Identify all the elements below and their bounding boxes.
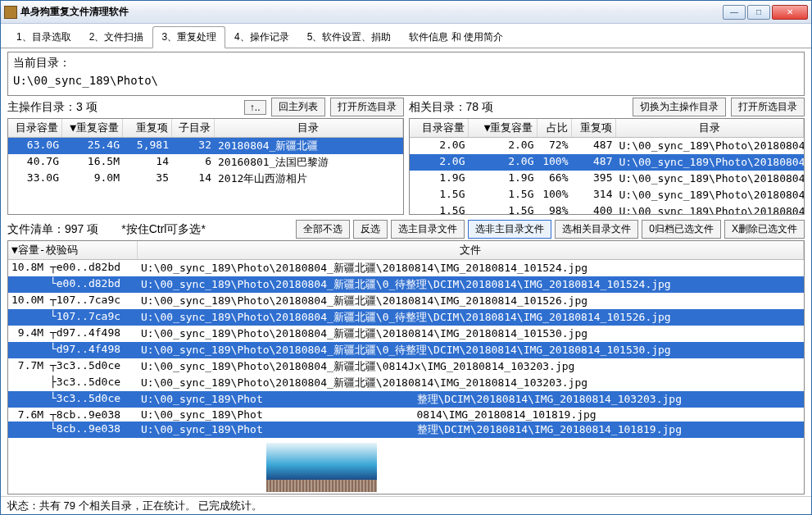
col-header[interactable]: ▼容量-校验码	[8, 241, 138, 259]
app-window: 单身狗重复文件清理软件 — □ ✕ 1、目录选取2、文件扫描3、重复处理4、操作…	[0, 0, 812, 515]
main-dir-panel: 主操作目录：3 项 ↑.. 回主列表 打开所选目录 目录容量▼重复容量重复项子目…	[7, 98, 404, 215]
up-button[interactable]: ↑..	[244, 100, 266, 115]
file-row[interactable]: 7.7M ┬3c3..5d0ceU:\00_sync_189\Photo\201…	[8, 358, 804, 375]
filelist-btn-3[interactable]: 选非主目录文件	[468, 220, 551, 239]
file-row[interactable]: └e00..d82bdU:\00_sync_189\Photo\20180804…	[8, 276, 804, 293]
titlebar[interactable]: 单身狗重复文件清理软件 — □ ✕	[1, 1, 811, 24]
col-header[interactable]: 占比	[538, 119, 572, 137]
file-row[interactable]: 10.8M ┬e00..d82bdU:\00_sync_189\Photo\20…	[8, 260, 804, 276]
table-row[interactable]: 2.0G2.0G72%487U:\00_sync_189\Photo\20180…	[410, 138, 805, 154]
col-header[interactable]: ▼重复容量	[62, 119, 123, 137]
tab-0[interactable]: 1、目录选取	[7, 26, 80, 48]
filelist-btn-1[interactable]: 反选	[353, 220, 388, 239]
tab-1[interactable]: 2、文件扫描	[80, 26, 153, 48]
col-header[interactable]: ▼重复容量	[469, 119, 538, 137]
col-header[interactable]: 文件	[138, 241, 804, 259]
table-row[interactable]: 40.7G16.5M14620160801_法国巴黎游	[8, 154, 403, 171]
file-row[interactable]: └107..7ca9cU:\00_sync_189\Photo\20180804…	[8, 309, 804, 326]
tab-5[interactable]: 软件信息 和 使用简介	[400, 26, 512, 48]
current-dir-path: U:\00_sync_189\Photo\	[13, 74, 799, 87]
filelist-title: 文件清单：997 项	[7, 222, 98, 237]
file-row[interactable]: 10.0M ┬107..7ca9cU:\00_sync_189\Photo\20…	[8, 293, 804, 309]
table-row[interactable]: 1.9G1.9G66%395U:\00_sync_189\Photo\20180…	[410, 171, 805, 187]
filelist-btn-4[interactable]: 选相关目录文件	[555, 220, 638, 239]
table-row[interactable]: 63.0G25.4G5,9813220180804_新疆北疆	[8, 138, 403, 154]
current-dir-box: 当前目录： U:\00_sync_189\Photo\	[7, 52, 805, 96]
open-main-dir-button[interactable]: 打开所选目录	[330, 98, 404, 116]
related-dir-panel: 相关目录：78 项 切换为主操作目录 打开所选目录 目录容量▼重复容量占比重复项…	[409, 98, 805, 215]
col-header[interactable]: 子目录	[172, 119, 215, 137]
col-header[interactable]: 目录容量	[8, 119, 62, 137]
back-main-list-button[interactable]: 回主列表	[271, 98, 325, 116]
related-dir-table[interactable]: 目录容量▼重复容量占比重复项目录2.0G2.0G72%487U:\00_sync…	[409, 118, 805, 215]
filelist-btn-6[interactable]: X删除已选文件	[724, 220, 805, 239]
table-row[interactable]: 33.0G9.0M35142012年山西游相片	[8, 171, 403, 187]
table-row[interactable]: 1.5G1.5G100%314U:\00_sync_189\Photo\2018…	[410, 187, 805, 203]
current-dir-label: 当前目录：	[13, 56, 799, 71]
open-related-dir-button[interactable]: 打开所选目录	[731, 98, 805, 116]
minimize-button[interactable]: —	[723, 5, 746, 20]
file-row[interactable]: ├3c3..5d0ceU:\00_sync_189\Photo\20180804…	[8, 375, 804, 391]
window-title: 单身狗重复文件清理软件	[20, 5, 723, 19]
file-row[interactable]: └3c3..5d0ceU:\00_sync_189\Phot 整理\DCIM\2…	[8, 391, 804, 408]
tab-2[interactable]: 3、重复处理	[152, 26, 225, 48]
file-row[interactable]: └8cb..9e038U:\00_sync_189\Phot 整理\DCIM\2…	[8, 422, 804, 438]
filelist-toolbar: 文件清单：997 项 *按住Ctrl可多选* 全部不选反选选主目录文件选非主目录…	[7, 220, 805, 239]
tab-bar: 1、目录选取2、文件扫描3、重复处理4、操作记录5、软件设置、捐助软件信息 和 …	[1, 24, 811, 48]
status-bar: 状态：共有 79 个相关目录，正在统计。 已完成统计。	[1, 496, 811, 514]
filelist-btn-5[interactable]: 0归档已选文件	[642, 220, 721, 239]
main-dir-table[interactable]: 目录容量▼重复容量重复项子目录目录63.0G25.4G5,98132201808…	[7, 118, 404, 215]
tab-4[interactable]: 5、软件设置、捐助	[298, 26, 401, 48]
main-dir-title: 主操作目录：3 项	[7, 100, 98, 115]
filelist-hint: *按住Ctrl可多选*	[121, 222, 206, 237]
col-header[interactable]: 重复项	[123, 119, 172, 137]
preview-thumbnail	[266, 443, 377, 492]
file-row[interactable]: 7.6M ┬8cb..9e038U:\00_sync_189\Phot 0814…	[8, 408, 804, 422]
switch-to-main-button[interactable]: 切换为主操作目录	[633, 98, 726, 116]
col-header[interactable]: 目录	[616, 119, 805, 137]
col-header[interactable]: 目录	[215, 119, 403, 137]
filelist-btn-2[interactable]: 选主目录文件	[391, 220, 465, 239]
table-row[interactable]: 2.0G2.0G100%487U:\00_sync_189\Photo\2018…	[410, 154, 805, 171]
filelist-table[interactable]: ▼容量-校验码文件10.8M ┬e00..d82bdU:\00_sync_189…	[7, 240, 805, 494]
related-dir-title: 相关目录：78 项	[409, 100, 493, 115]
file-row[interactable]: 9.4M ┬d97..4f498U:\00_sync_189\Photo\201…	[8, 326, 804, 342]
maximize-button[interactable]: □	[747, 5, 770, 20]
table-row[interactable]: 1.5G1.5G98%400U:\00_sync_189\Photo\20180…	[410, 203, 805, 215]
col-header[interactable]: 目录容量	[410, 119, 469, 137]
col-header[interactable]: 重复项	[572, 119, 616, 137]
tab-3[interactable]: 4、操作记录	[225, 26, 298, 48]
file-row[interactable]: └d97..4f498U:\00_sync_189\Photo\20180804…	[8, 342, 804, 358]
filelist-btn-0[interactable]: 全部不选	[296, 220, 350, 239]
app-icon	[4, 6, 17, 19]
close-button[interactable]: ✕	[772, 5, 808, 20]
